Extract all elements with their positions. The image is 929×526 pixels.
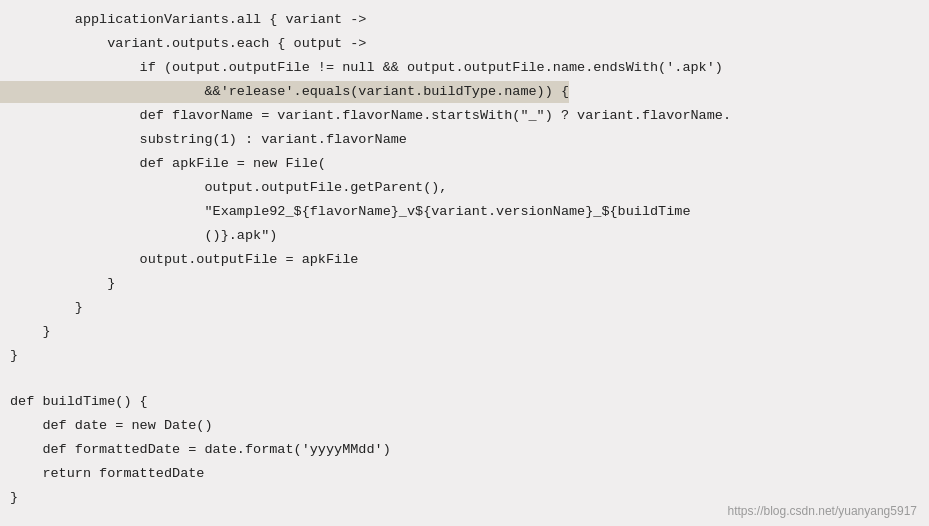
code-line: } bbox=[0, 296, 929, 320]
code-line bbox=[0, 368, 929, 390]
line-text: def date = new Date() bbox=[0, 415, 213, 437]
line-text: } bbox=[0, 321, 51, 343]
code-container: applicationVariants.all { variant -> var… bbox=[0, 0, 929, 526]
code-line: output.outputFile = apkFile bbox=[0, 248, 929, 272]
code-line: } bbox=[0, 272, 929, 296]
line-text: def buildTime() { bbox=[0, 391, 148, 413]
code-line: variant.outputs.each { output -> bbox=[0, 32, 929, 56]
line-text: applicationVariants.all { variant -> bbox=[0, 9, 366, 31]
code-line: } bbox=[0, 320, 929, 344]
code-line: ()}.apk") bbox=[0, 224, 929, 248]
code-line: "Example92_${flavorName}_v${variant.vers… bbox=[0, 200, 929, 224]
code-lines: applicationVariants.all { variant -> var… bbox=[0, 8, 929, 510]
code-line: def formattedDate = date.format('yyyyMMd… bbox=[0, 438, 929, 462]
line-text: def apkFile = new File( bbox=[0, 153, 326, 175]
line-text: output.outputFile = apkFile bbox=[0, 249, 358, 271]
watermark: https://blog.csdn.net/yuanyang5917 bbox=[728, 504, 917, 518]
line-text: ()}.apk") bbox=[0, 225, 277, 247]
line-text: substring(1) : variant.flavorName bbox=[0, 129, 407, 151]
code-line: def date = new Date() bbox=[0, 414, 929, 438]
line-text: } bbox=[0, 297, 83, 319]
line-text: } bbox=[0, 487, 18, 509]
code-line: if (output.outputFile != null && output.… bbox=[0, 56, 929, 80]
line-text: } bbox=[0, 273, 115, 295]
line-text: output.outputFile.getParent(), bbox=[0, 177, 447, 199]
line-text: &&'release'.equals(variant.buildType.nam… bbox=[0, 81, 569, 103]
line-text: return formattedDate bbox=[0, 463, 204, 485]
line-text: def flavorName = variant.flavorName.star… bbox=[0, 105, 731, 127]
code-line: def flavorName = variant.flavorName.star… bbox=[0, 104, 929, 128]
line-text: if (output.outputFile != null && output.… bbox=[0, 57, 723, 79]
line-text: } bbox=[0, 345, 18, 367]
code-line: return formattedDate bbox=[0, 462, 929, 486]
code-line: def buildTime() { bbox=[0, 390, 929, 414]
code-line: } bbox=[0, 344, 929, 368]
line-text: variant.outputs.each { output -> bbox=[0, 33, 366, 55]
code-line: &&'release'.equals(variant.buildType.nam… bbox=[0, 80, 929, 104]
line-text: "Example92_${flavorName}_v${variant.vers… bbox=[0, 201, 691, 223]
code-line: substring(1) : variant.flavorName bbox=[0, 128, 929, 152]
code-line: def apkFile = new File( bbox=[0, 152, 929, 176]
line-text: def formattedDate = date.format('yyyyMMd… bbox=[0, 439, 391, 461]
code-line: applicationVariants.all { variant -> bbox=[0, 8, 929, 32]
code-line: output.outputFile.getParent(), bbox=[0, 176, 929, 200]
